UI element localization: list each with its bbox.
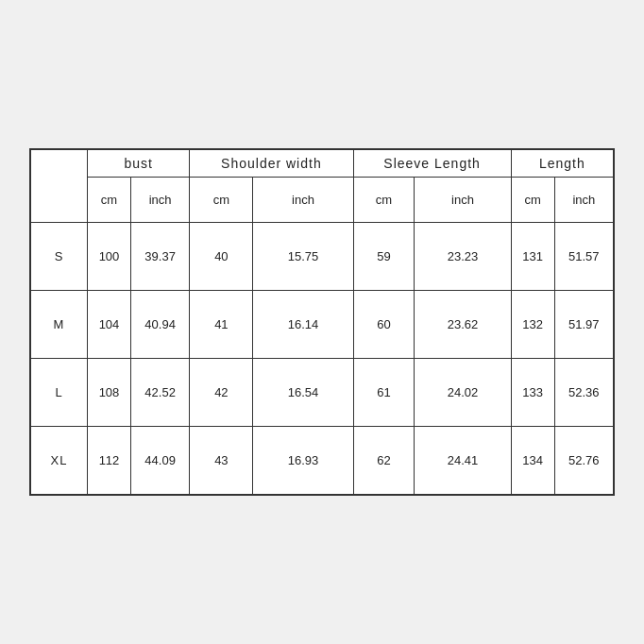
sleeve-inch: inch xyxy=(415,178,511,223)
data-cell: 43 xyxy=(190,427,253,495)
data-cell: 16.14 xyxy=(253,291,353,359)
bust-header: bust xyxy=(88,150,190,178)
data-cell: 24.41 xyxy=(415,427,511,495)
size-chart-wrapper: bust Shoulder width Sleeve Length Length… xyxy=(29,148,615,496)
data-cell: 23.23 xyxy=(415,223,511,291)
data-cell: 24.02 xyxy=(415,359,511,427)
data-cell: 51.97 xyxy=(554,291,613,359)
sleeve-length-header: Sleeve Length xyxy=(353,150,511,178)
bust-cm: cm xyxy=(88,178,131,223)
data-cell: 62 xyxy=(353,427,415,495)
size-cell: L xyxy=(31,359,88,427)
data-cell: 40 xyxy=(190,223,253,291)
data-cell: 133 xyxy=(511,359,554,427)
data-cell: 134 xyxy=(511,427,554,495)
size-cell: S xyxy=(31,223,88,291)
data-cell: 104 xyxy=(88,291,131,359)
size-cell: M xyxy=(31,291,88,359)
length-inch: inch xyxy=(554,178,613,223)
data-cell: 15.75 xyxy=(253,223,353,291)
header-group-row: bust Shoulder width Sleeve Length Length xyxy=(31,150,614,178)
size-chart-table: bust Shoulder width Sleeve Length Length… xyxy=(30,149,614,495)
table-row: S10039.374015.755923.2313151.57 xyxy=(31,223,614,291)
shoulder-inch: inch xyxy=(253,178,353,223)
data-cell: 39.37 xyxy=(131,223,190,291)
data-cell: 132 xyxy=(511,291,554,359)
sleeve-cm: cm xyxy=(353,178,415,223)
table-row: L10842.524216.546124.0213352.36 xyxy=(31,359,614,427)
data-cell: 16.54 xyxy=(253,359,353,427)
data-cell: 51.57 xyxy=(554,223,613,291)
data-cell: 41 xyxy=(190,291,253,359)
size-header xyxy=(31,150,88,223)
data-cell: 16.93 xyxy=(253,427,353,495)
data-cell: 40.94 xyxy=(131,291,190,359)
shoulder-width-header: Shoulder width xyxy=(190,150,353,178)
data-cell: 108 xyxy=(88,359,131,427)
data-cell: 44.09 xyxy=(131,427,190,495)
subheader-row: cm inch cm inch cm inch cm inch xyxy=(31,178,614,223)
length-cm: cm xyxy=(511,178,554,223)
data-cell: 61 xyxy=(353,359,415,427)
data-cell: 23.62 xyxy=(415,291,511,359)
data-cell: 112 xyxy=(88,427,131,495)
data-cell: 52.76 xyxy=(554,427,613,495)
length-header: Length xyxy=(511,150,613,178)
table-row: M10440.944116.146023.6213251.97 xyxy=(31,291,614,359)
data-cell: 42 xyxy=(190,359,253,427)
data-cell: 100 xyxy=(88,223,131,291)
bust-inch: inch xyxy=(131,178,190,223)
data-cell: 131 xyxy=(511,223,554,291)
data-cell: 52.36 xyxy=(554,359,613,427)
shoulder-cm: cm xyxy=(190,178,253,223)
size-cell: XL xyxy=(31,427,88,495)
table-row: XL11244.094316.936224.4113452.76 xyxy=(31,427,614,495)
table-body: S10039.374015.755923.2313151.57M10440.94… xyxy=(31,223,614,495)
data-cell: 59 xyxy=(353,223,415,291)
data-cell: 60 xyxy=(353,291,415,359)
data-cell: 42.52 xyxy=(131,359,190,427)
